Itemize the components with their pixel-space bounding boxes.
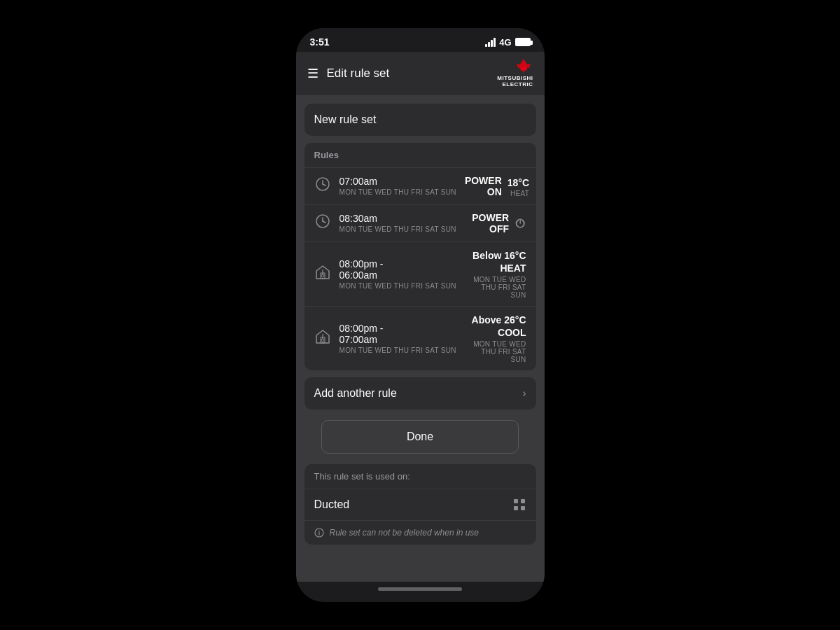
- mitsubishi-diamond-icon: [514, 59, 533, 76]
- thermometer-house-icon: [314, 264, 331, 284]
- rule-action-info: Below 16°C HEAT MON TUE WED THU FRI SAT …: [465, 249, 526, 299]
- ducted-label: Ducted: [314, 498, 350, 511]
- brand-name-line2: ELECTRIC: [503, 82, 533, 88]
- phone-frame: 3:51 4G ☰ Edit rule set MITSUBIS: [296, 28, 545, 602]
- svg-point-25: [318, 530, 319, 531]
- clock-icon: [314, 214, 331, 232]
- rules-section: Rules 07:00am MON TUE WED THU FRI SAT SU…: [304, 143, 536, 370]
- svg-rect-19: [514, 499, 518, 503]
- rule-days: MON TUE WED THU FRI SAT SUN: [340, 282, 456, 290]
- info-icon: [314, 528, 324, 538]
- rule-time-info: 08:30am MON TUE WED THU FRI SAT SUN: [340, 213, 456, 233]
- battery-icon: [515, 38, 531, 46]
- rule-action-info: POWER OFF: [465, 212, 526, 234]
- rule-mode: HEAT: [507, 190, 529, 197]
- status-indicators: 4G: [485, 37, 530, 48]
- svg-line-10: [323, 221, 326, 223]
- done-container: Done: [304, 416, 536, 457]
- hamburger-icon[interactable]: ☰: [307, 66, 318, 81]
- thermometer-house-icon-2: [314, 328, 331, 349]
- rule-item[interactable]: 08:00pm - 07:00am MON TUE WED THU FRI SA…: [304, 307, 536, 370]
- clock-icon: [314, 176, 331, 195]
- add-another-rule-button[interactable]: Add another rule ›: [304, 377, 536, 410]
- rule-time: 08:30am: [340, 213, 456, 224]
- rule-action-label: POWER ON: [465, 175, 502, 197]
- used-on-section: This rule set is used on: Ducted Rule se…: [304, 464, 536, 545]
- rule-action-label: Below 16°C HEAT: [472, 250, 526, 274]
- svg-rect-20: [521, 499, 525, 503]
- rule-item[interactable]: 08:30am MON TUE WED THU FRI SAT SUN POWE…: [304, 205, 536, 242]
- rule-action-info: Above 26°C COOL MON TUE WED THU FRI SAT …: [465, 314, 526, 363]
- signal-icon: [485, 38, 496, 47]
- rule-temp: 18°C: [507, 177, 529, 188]
- svg-line-7: [323, 184, 326, 186]
- rule-item[interactable]: 07:00am MON TUE WED THU FRI SAT SUN POWE…: [304, 168, 536, 205]
- rule-time: 08:00pm -: [340, 323, 456, 334]
- rules-header: Rules: [304, 143, 536, 168]
- add-rule-label: Add another rule: [314, 387, 397, 400]
- rule-time-info: 07:00am MON TUE WED THU FRI SAT SUN: [340, 176, 456, 196]
- warning-row: Rule set can not be deleted when in use: [304, 521, 536, 545]
- rule-days: MON TUE WED THU FRI SAT SUN: [340, 225, 456, 233]
- svg-rect-21: [514, 506, 518, 510]
- nav-bar: ☰ Edit rule set MITSUBISHI ELECTRIC: [296, 52, 545, 95]
- nav-title: Edit rule set: [327, 66, 489, 80]
- done-button[interactable]: Done: [321, 420, 518, 454]
- rule-set-name-input[interactable]: [304, 104, 536, 136]
- status-bar: 3:51 4G: [296, 28, 545, 52]
- used-on-header: This rule set is used on:: [304, 464, 536, 489]
- warning-message: Rule set can not be deleted when in use: [330, 528, 479, 538]
- rule-item[interactable]: 08:00pm - 06:00am MON TUE WED THU FRI SA…: [304, 242, 536, 307]
- rule-days: MON TUE WED THU FRI SAT SUN: [340, 188, 456, 196]
- rule-action-label: Above 26°C COOL: [472, 314, 526, 338]
- rule-days-right: MON TUE WED THU FRI SAT SUN: [465, 340, 526, 363]
- rule-time-end: 06:00am: [340, 270, 456, 281]
- chevron-right-icon: ›: [522, 387, 526, 400]
- home-indicator: [296, 582, 545, 602]
- grid-icon: [512, 498, 526, 512]
- status-time: 3:51: [310, 36, 330, 48]
- power-off-icon: [514, 216, 526, 231]
- rule-days: MON TUE WED THU FRI SAT SUN: [340, 346, 456, 354]
- network-type: 4G: [499, 37, 511, 48]
- svg-marker-0: [519, 59, 528, 73]
- rule-time-info: 08:00pm - 06:00am MON TUE WED THU FRI SA…: [340, 258, 456, 290]
- ducted-row[interactable]: Ducted: [304, 489, 536, 521]
- home-bar: [378, 587, 462, 591]
- rule-time: 08:00pm -: [340, 258, 456, 270]
- mitsubishi-logo: MITSUBISHI ELECTRIC: [497, 59, 533, 88]
- rule-action-info: POWER ON 18°C HEAT: [465, 175, 529, 197]
- svg-rect-22: [521, 506, 525, 510]
- rule-time-end: 07:00am: [340, 334, 456, 345]
- rule-action-label: POWER OFF: [465, 212, 509, 234]
- rule-time-info: 08:00pm - 07:00am MON TUE WED THU FRI SA…: [340, 323, 456, 354]
- rule-time: 07:00am: [340, 176, 456, 187]
- main-content: Rules 07:00am MON TUE WED THU FRI SAT SU…: [296, 95, 545, 582]
- rule-days-right: MON TUE WED THU FRI SAT SUN: [465, 276, 526, 299]
